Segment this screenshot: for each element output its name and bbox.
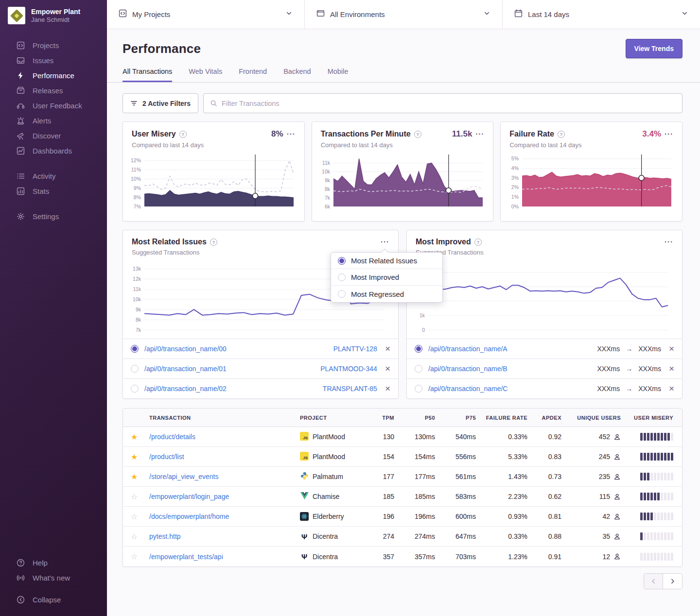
column-header-transaction[interactable]: TRANSACTION [145,415,296,421]
table-row[interactable]: ☆ pytest.http Dicentra 274 274ms 647ms 0… [123,527,682,547]
radio-button[interactable] [131,345,139,353]
transaction-link[interactable]: /api/0/transaction_name/02 [144,385,227,393]
transaction-link[interactable]: /api/0/transaction_name/A [428,345,508,353]
org-switcher[interactable]: Empower Plant Jane Schmidt [0,7,107,24]
transaction-link[interactable]: /product/details [149,433,195,441]
search-input[interactable] [222,100,676,107]
sidebar-item-performance[interactable]: Performance [0,68,107,83]
sidebar-collapse-button[interactable]: Collapse [0,592,107,607]
list-item[interactable]: /api/0/transaction_name/C XXXms XXXms [407,378,682,398]
help-icon[interactable] [179,131,187,138]
star-toggle[interactable]: ★ [131,433,138,441]
radio-button[interactable] [415,385,422,393]
star-toggle[interactable]: ☆ [131,493,138,501]
table-row[interactable]: ☆ /empowerplant/login_page Chamise 185 1… [123,487,682,507]
active-filters-button[interactable]: 2 Active Filters [122,93,198,113]
radio-button[interactable] [415,345,422,353]
issue-tag-link[interactable]: PLANTTV-128 [333,345,377,353]
tab-all-transactions[interactable]: All Transactions [122,68,172,82]
sidebar-item-user-feedback[interactable]: User Feedback [0,98,107,113]
close-icon[interactable] [383,365,390,372]
issue-tag-link[interactable]: TRANSPLANT-85 [323,385,377,393]
more-options-icon[interactable] [475,132,484,137]
column-header-tpm[interactable]: TPM [370,415,398,421]
help-icon[interactable] [558,131,565,138]
column-header-apdex[interactable]: APDEX [531,415,565,421]
help-icon[interactable] [414,131,421,138]
environment-filter-dropdown[interactable]: All Environments [305,0,503,29]
tab-backend[interactable]: Backend [283,68,311,82]
column-header-user-misery[interactable]: USER MISERY [625,415,682,421]
more-options-icon[interactable] [665,132,673,137]
close-icon[interactable] [383,385,390,392]
sidebar-item-projects[interactable]: Projects [0,38,107,53]
list-item[interactable]: /api/0/transaction_name/A XXXms XXXms [407,339,682,359]
close-icon[interactable] [667,365,674,372]
table-row[interactable]: ★ /store/api_view_events Palmatum 177 17… [123,467,682,487]
more-options-icon[interactable] [665,240,673,244]
close-icon[interactable] [667,385,674,392]
sidebar-item-alerts[interactable]: Alerts [0,113,107,128]
column-header-p75[interactable]: P75 [439,415,480,421]
previous-page-button[interactable] [644,574,663,589]
list-item[interactable]: /api/0/transaction_name/B XXXms XXXms [407,359,682,378]
sidebar-item-whats-new[interactable]: What's new [0,570,107,585]
table-row[interactable]: ★ /product/details PlantMood 130 130ms 5… [123,427,682,447]
list-item[interactable]: /api/0/transaction_name/02 TRANSPLANT-85 [123,378,398,398]
sidebar-item-dashboards[interactable]: Dashboards [0,143,107,158]
tab-mobile[interactable]: Mobile [328,68,349,82]
star-toggle[interactable]: ☆ [131,552,138,561]
help-icon[interactable] [474,239,482,246]
list-item[interactable]: /api/0/transaction_name/01 PLANTMOOD-344 [123,359,398,378]
close-icon[interactable] [667,345,674,352]
transaction-link[interactable]: /api/0/transaction_name/C [428,385,508,393]
transaction-link[interactable]: /empowerplant_tests/api [149,553,223,561]
transaction-link[interactable]: /api/0/transaction_name/B [428,365,508,373]
transaction-link[interactable]: /empowerplant/login_page [149,493,229,500]
star-toggle[interactable]: ★ [131,453,138,461]
next-page-button[interactable] [663,574,682,589]
sidebar-item-activity[interactable]: Activity [0,169,107,184]
transaction-link[interactable]: /api/0/transaction_name/00 [144,345,227,353]
transaction-link[interactable]: /store/api_view_events [149,473,218,480]
column-header-p50[interactable]: P50 [398,415,439,421]
sidebar-item-issues[interactable]: Issues [0,53,107,68]
list-item[interactable]: /api/0/transaction_name/00 PLANTTV-128 [123,339,398,359]
view-trends-button[interactable]: View Trends [626,39,682,58]
star-toggle[interactable]: ★ [131,473,138,481]
more-options-icon[interactable] [287,132,296,137]
sidebar-item-label: User Feedback [33,102,82,110]
menu-item-most-improved[interactable]: Most Improved [331,269,442,286]
star-toggle[interactable]: ☆ [131,532,138,541]
transaction-link[interactable]: /api/0/transaction_name/01 [144,365,227,373]
column-header-unique-users[interactable]: UNIQUE USERS [565,415,625,421]
radio-button [338,290,346,298]
transaction-link[interactable]: /docs/empowerplant/home [149,513,229,520]
issue-tag-link[interactable]: PLANTMOOD-344 [320,365,377,373]
column-header-failure-rate[interactable]: FAILURE RATE [480,415,531,421]
project-filter-dropdown[interactable]: My Projects [107,0,305,29]
menu-item-most-regressed[interactable]: Most Regressed [331,286,442,302]
tab-web-vitals[interactable]: Web Vitals [189,68,222,82]
tab-frontend[interactable]: Frontend [239,68,267,82]
sidebar-item-settings[interactable]: Settings [0,209,107,224]
sidebar-item-stats[interactable]: Stats [0,184,107,199]
sidebar-item-help[interactable]: Help [0,555,107,570]
table-row[interactable]: ☆ /docs/empowerplant/home Elderberry 196… [123,507,682,527]
transaction-link[interactable]: /product/list [149,453,184,461]
radio-button[interactable] [131,385,139,393]
help-icon[interactable] [210,239,217,246]
table-row[interactable]: ★ /product/list PlantMood 154 154ms 556m… [123,447,682,467]
star-toggle[interactable]: ☆ [131,513,138,521]
transaction-link[interactable]: pytest.http [149,532,181,540]
close-icon[interactable] [383,345,390,352]
table-row[interactable]: ☆ /empowerplant_tests/api Dicentra 357 3… [123,547,682,566]
more-options-icon[interactable] [381,240,389,244]
menu-item-most-related-issues[interactable]: Most Related Issues [331,253,442,269]
sidebar-item-releases[interactable]: Releases [0,83,107,98]
sidebar-item-discover[interactable]: Discover [0,128,107,143]
radio-button[interactable] [415,365,422,373]
radio-button[interactable] [131,365,139,373]
column-header-project[interactable]: PROJECT [296,415,370,421]
date-range-dropdown[interactable]: Last 14 days [503,0,700,29]
